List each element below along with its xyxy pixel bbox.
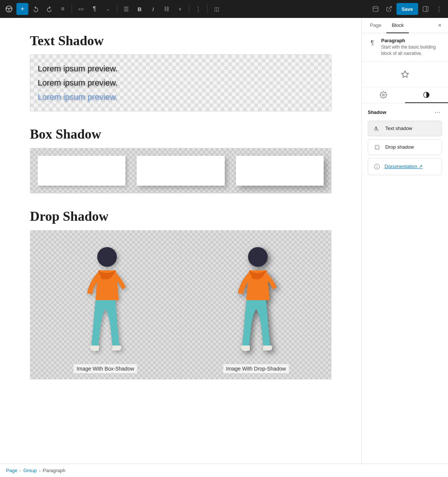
shadow-more-button[interactable]: ⋯ [433,108,442,117]
shadow-section-title: Shadow [368,109,386,115]
tools-button[interactable]: ≡ [57,3,69,15]
right-panel: Page Block × ¶ Paragraph Start with the … [361,18,448,464]
figure2-caption: Image With Drop-Shadow [223,364,289,373]
doc-link-icon [373,162,382,171]
block-name: Paragraph [381,38,442,43]
main-toolbar: + ≡ <> ¶ ⌄ ☰ B I ⛓ ∨ ⋮ ◫ Save ⋮ [0,0,448,18]
drop-shadow-heading: Drop Shadow [30,208,332,224]
add-block-button[interactable]: + [16,3,28,15]
list-view-button[interactable]: ☰ [120,3,132,15]
svg-point-6 [382,94,384,96]
toolbar-divider-3 [189,4,189,13]
box-shadow-item-2 [137,156,224,186]
svg-marker-5 [401,71,408,77]
svg-text:A: A [375,126,379,132]
tab-block[interactable]: Block [386,18,409,33]
figure1-caption: Image With Box-Shadow [74,364,137,373]
paragraph-button[interactable]: ¶ [88,3,100,15]
figure-box-shadow: Image With Box-Shadow [30,230,181,379]
editor-area: Text Shadow Lorem ipsum preview. Lorem i… [0,18,361,464]
panel-close-button[interactable]: × [435,20,445,31]
panel-shadow-section: Shadow ⋯ A A Text shadow [362,103,448,180]
breadcrumb-page[interactable]: Page [6,468,17,473]
drop-shadow-label: Drop shadow [385,144,414,150]
text-shadow-label: Text shadow [385,126,412,131]
undo-button[interactable] [30,3,42,15]
box-shadow-item-1 [38,156,125,186]
text-shadow-icon: A A [373,124,382,133]
toolbar-divider-2 [117,4,117,13]
drop-shadow-icon [373,143,382,152]
text-preview-2: Lorem ipsum preview. [38,78,324,88]
breadcrumb: Page › Group › Paragraph [0,464,448,477]
walking-figure-2 [219,239,293,358]
svg-point-3 [97,247,117,267]
star-button[interactable] [398,68,412,81]
tab-page[interactable]: Page [365,18,386,33]
box-shadow-preview-block [30,148,332,193]
drop-shadow-option[interactable]: Drop shadow [368,139,442,155]
svg-point-11 [377,165,377,166]
wp-logo-button[interactable] [3,3,15,15]
svg-point-4 [248,247,268,267]
panel-secondary-tabs [362,87,448,103]
svg-rect-2 [423,6,428,12]
breadcrumb-sep-2: › [39,468,41,473]
save-button[interactable]: Save [396,3,418,15]
settings-tab-button[interactable] [362,87,405,103]
paragraph-icon: ¶ [368,38,377,47]
toolbar-divider-1 [72,4,72,13]
link-button[interactable]: ⛓ [161,3,172,15]
text-preview-3: Lorem ipsum preview. [38,92,324,102]
shadow-section-header: Shadow ⋯ [368,108,442,117]
block-inserter-button[interactable]: ◫ [211,3,223,15]
main-layout: Text Shadow Lorem ipsum preview. Lorem i… [0,18,448,464]
doc-link-text: Documentation ↗ [385,164,423,169]
text-shadow-option[interactable]: A A Text shadow [368,121,442,136]
italic-button[interactable]: I [147,3,159,15]
breadcrumb-group[interactable]: Group [23,468,37,473]
documentation-link[interactable]: Documentation ↗ [368,158,442,175]
breadcrumb-sep-1: › [19,468,21,473]
styles-tab-button[interactable] [405,87,448,103]
redo-button[interactable] [43,3,55,15]
toolbar-divider-4 [207,4,208,13]
options-button[interactable]: ⋮ [192,3,204,15]
preview-button[interactable] [383,3,395,15]
block-info-text: Paragraph Start with the basic building … [381,38,442,57]
drop-shadow-preview-block: Image With Box-Shadow [30,230,332,380]
panel-block-info: ¶ Paragraph Start with the basic buildin… [362,33,448,62]
figure-drop-shadow: Image With Drop-Shadow [181,230,332,379]
box-shadow-heading: Box Shadow [30,126,332,142]
text-shadow-heading: Text Shadow [30,33,332,49]
svg-rect-1 [373,6,378,12]
code-editor-button[interactable]: <> [75,3,87,15]
text-shadow-preview-block: Lorem ipsum preview. Lorem ipsum preview… [30,55,332,111]
box-shadow-item-3 [236,156,324,186]
walking-figure-1 [68,239,143,358]
more-options-button[interactable]: ⋮ [433,3,445,15]
panel-icon-row [362,62,448,87]
block-description: Start with the basic building block of a… [381,44,442,57]
more-text-button[interactable]: ∨ [174,3,186,15]
toggle-sidebar-button[interactable] [420,3,432,15]
bold-button[interactable]: B [134,3,146,15]
text-preview-1: Lorem ipsum preview. [38,64,324,74]
view-button[interactable] [370,3,382,15]
breadcrumb-paragraph: Paragraph [43,468,66,473]
transform-button[interactable]: ⌄ [102,3,114,15]
panel-tabs: Page Block × [362,18,448,33]
